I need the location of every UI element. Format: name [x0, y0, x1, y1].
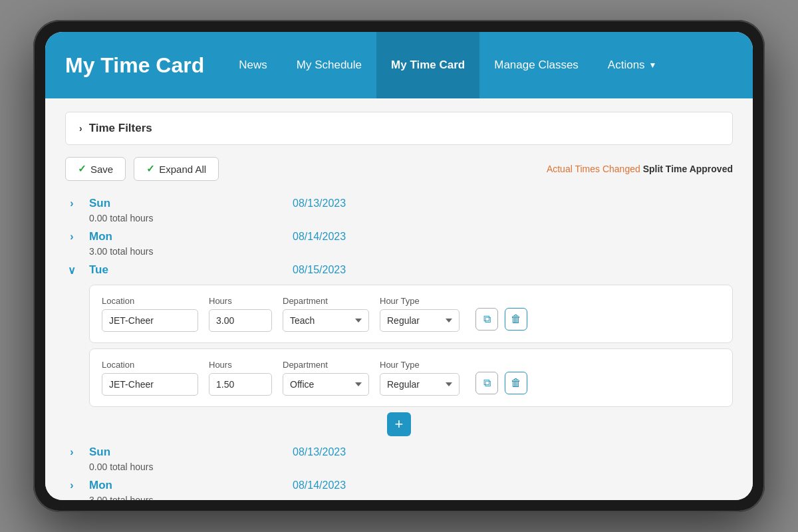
delete-button-2[interactable]: 🗑 [505, 372, 527, 394]
day-hours-mon2: 3.00 total hours [89, 495, 733, 500]
main-nav: News My Schedule My Time Card Manage Cla… [224, 32, 753, 98]
hourtype-select-2[interactable]: Regular Overtime Holiday [380, 373, 460, 396]
copy-button-2[interactable]: ⧉ [475, 372, 498, 394]
hourtype-label-1: Hour Type [380, 296, 460, 306]
time-filters-chevron: › [79, 123, 82, 134]
tab-news[interactable]: News [224, 32, 282, 98]
add-entry-button[interactable]: + [387, 412, 411, 436]
toolbar: ✓ Save ✓ Expand All Actual Times Changed… [65, 157, 733, 181]
day-row-mon1[interactable]: › Mon 08/14/2023 [65, 227, 733, 246]
department-group-2: Department Teach Office Admin [283, 360, 369, 396]
day-chevron-tue: ∨ [65, 264, 78, 277]
status-approved-text: Split Time Approved [643, 164, 733, 174]
day-section-mon2: › Mon 08/14/2023 3.00 total hours [65, 476, 733, 500]
time-filters-bar[interactable]: › Time Filters [65, 112, 733, 145]
actions-dropdown-arrow: ▼ [649, 61, 657, 70]
entry-actions-1: ⧉ 🗑 [475, 308, 527, 331]
day-row-mon2[interactable]: › Mon 08/14/2023 [65, 476, 733, 495]
entry-actions-2: ⧉ 🗑 [475, 372, 527, 394]
tab-manage-classes[interactable]: Manage Classes [479, 32, 593, 98]
location-group-1: Location [102, 296, 198, 332]
status-area: Actual Times Changed Split Time Approved [547, 164, 733, 174]
location-label-2: Location [102, 360, 198, 370]
day-name-sun2: Sun [89, 446, 129, 459]
day-section-mon1: › Mon 08/14/2023 3.00 total hours [65, 227, 733, 257]
hours-input-1[interactable] [209, 309, 272, 332]
trash-icon-1: 🗑 [511, 313, 521, 325]
add-entry-container: + [65, 412, 733, 436]
tab-my-schedule[interactable]: My Schedule [282, 32, 376, 98]
department-label-2: Department [283, 360, 369, 370]
day-name-mon2: Mon [89, 479, 129, 492]
time-entry-1: Location Hours Department Teach Office A… [89, 285, 733, 343]
day-row-sun2[interactable]: › Sun 08/13/2023 [65, 443, 733, 462]
day-date-tue: 08/15/2023 [293, 264, 346, 276]
plus-icon: + [395, 417, 404, 432]
hours-group-1: Hours [209, 296, 272, 332]
hours-label-2: Hours [209, 360, 272, 370]
time-entry-2: Location Hours Department Teach Office A… [89, 348, 733, 407]
tab-actions[interactable]: Actions ▼ [593, 32, 672, 98]
day-row-sun1[interactable]: › Sun 08/13/2023 [65, 194, 733, 213]
app-header: My Time Card News My Schedule My Time Ca… [45, 32, 753, 98]
location-input-1[interactable] [102, 309, 198, 332]
day-chevron-mon1: › [65, 231, 78, 243]
device-frame: My Time Card News My Schedule My Time Ca… [33, 20, 765, 512]
expand-all-button[interactable]: ✓ Expand All [134, 157, 219, 181]
department-select-2[interactable]: Teach Office Admin [283, 373, 369, 396]
location-input-2[interactable] [102, 373, 198, 396]
time-filters-label: Time Filters [89, 122, 152, 135]
day-hours-sun1: 0.00 total hours [89, 213, 733, 223]
save-button[interactable]: ✓ Save [65, 157, 126, 181]
department-group-1: Department Teach Office Admin [283, 296, 369, 332]
hourtype-select-1[interactable]: Regular Overtime Holiday [380, 309, 460, 332]
hours-input-2[interactable] [209, 373, 272, 396]
trash-icon-2: 🗑 [511, 377, 521, 389]
department-label-1: Department [283, 296, 369, 306]
main-content: › Time Filters ✓ Save ✓ Expand All Actua… [45, 98, 753, 500]
hours-label-1: Hours [209, 296, 272, 306]
day-chevron-mon2: › [65, 479, 78, 491]
day-date-mon2: 08/14/2023 [293, 479, 346, 491]
day-hours-mon1: 3.00 total hours [89, 246, 733, 257]
device-screen: My Time Card News My Schedule My Time Ca… [45, 32, 753, 500]
save-check-icon: ✓ [78, 163, 86, 175]
day-name-mon1: Mon [89, 230, 129, 243]
hourtype-group-2: Hour Type Regular Overtime Holiday [380, 360, 460, 396]
day-date-sun2: 08/13/2023 [293, 446, 346, 458]
hours-group-2: Hours [209, 360, 272, 396]
day-date-mon1: 08/14/2023 [293, 231, 346, 243]
day-name-tue: Tue [89, 263, 129, 277]
tab-my-time-card[interactable]: My Time Card [376, 32, 479, 98]
delete-button-1[interactable]: 🗑 [505, 308, 527, 331]
app-title: My Time Card [45, 32, 224, 98]
copy-button-1[interactable]: ⧉ [475, 308, 498, 331]
hourtype-label-2: Hour Type [380, 360, 460, 370]
copy-icon-1: ⧉ [483, 313, 491, 325]
department-select-1[interactable]: Teach Office Admin [283, 309, 369, 332]
day-section-sun1: › Sun 08/13/2023 0.00 total hours [65, 194, 733, 223]
hourtype-group-1: Hour Type Regular Overtime Holiday [380, 296, 460, 332]
day-date-sun1: 08/13/2023 [293, 198, 346, 209]
day-section-sun2: › Sun 08/13/2023 0.00 total hours [65, 443, 733, 472]
day-chevron-sun2: › [65, 446, 78, 458]
expand-check-icon: ✓ [146, 163, 155, 175]
location-group-2: Location [102, 360, 198, 396]
copy-icon-2: ⧉ [483, 377, 491, 389]
day-row-tue[interactable]: ∨ Tue 08/15/2023 [65, 261, 733, 279]
day-section-tue: ∨ Tue 08/15/2023 Location Hours Dep [65, 261, 733, 436]
location-label-1: Location [102, 296, 198, 306]
status-changed-text: Actual Times Changed [547, 164, 640, 174]
day-chevron-sun1: › [65, 198, 78, 209]
day-hours-sun2: 0.00 total hours [89, 462, 733, 472]
day-name-sun1: Sun [89, 197, 129, 210]
